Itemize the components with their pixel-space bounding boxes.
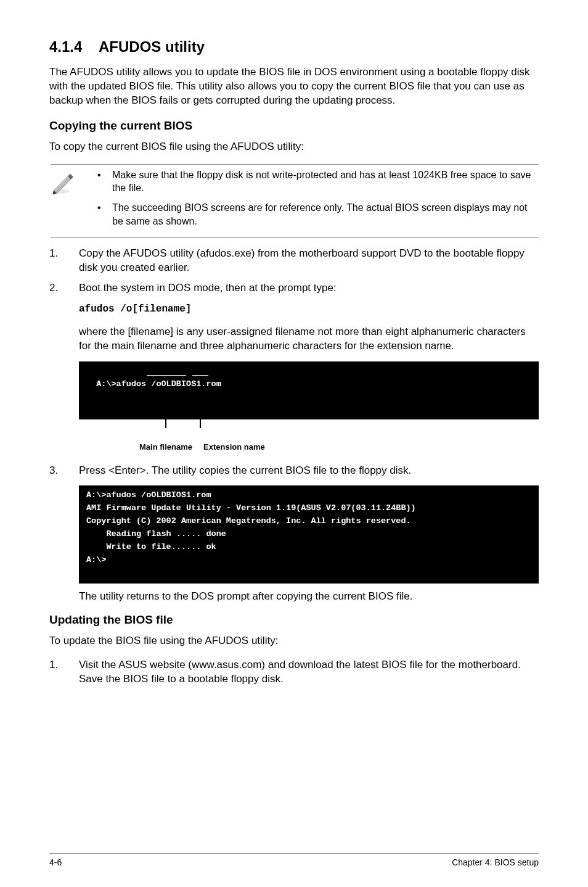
note-item: Make sure that the floppy disk is not wr… [90,168,539,195]
intro-paragraph: The AFUDOS utility allows you to update … [49,65,539,108]
update-heading: Updating the BIOS file [49,612,539,628]
step-text: Visit the ASUS website (www.asus.com) an… [79,658,539,687]
step-number: 2. [49,281,79,295]
marker-line [200,419,201,428]
section-title: AFUDOS utility [99,38,205,55]
list-item: 2. Boot the system in DOS mode, then at … [49,281,539,295]
copy-intro: To copy the current BIOS file using the … [49,140,539,154]
section-heading: 4.1.4AFUDOS utility [49,37,539,57]
after-terminal-paragraph: The utility returns to the DOS prompt af… [79,590,539,604]
update-intro: To update the BIOS file using the AFUDOS… [49,634,539,648]
section-number: 4.1.4 [49,37,99,57]
step-number: 1. [49,658,79,687]
note-item: The succeeding BIOS screens are for refe… [90,201,539,228]
note-list: Make sure that the floppy disk is not wr… [90,168,539,234]
code-line: afudos /o[filename] [79,303,539,316]
chapter-label: Chapter 4: BIOS setup [452,857,539,868]
label-main-filename: Main filename [139,442,192,453]
step-text: Boot the system in DOS mode, then at the… [79,281,539,295]
marker-row [79,426,539,439]
list-item: 3. Press <Enter>. The utility copies the… [49,464,539,478]
label-row: Main filename Extension name [79,442,539,454]
terminal-output: A:\>afudos /oOLDBIOS1.rom AMI Firmware U… [79,485,539,583]
step3-list: 3. Press <Enter>. The utility copies the… [49,464,539,478]
step-number: 1. [49,247,79,275]
page-number: 4-6 [49,857,62,868]
underline-extension [192,375,208,376]
step-number: 3. [49,464,79,478]
label-extension-name: Extension name [203,442,265,453]
copy-heading: Copying the current BIOS [49,118,539,134]
marker-line [165,419,166,428]
terminal-text: A:\>afudos /oOLDBIOS1.rom [96,379,221,389]
page-footer: 4-6 Chapter 4: BIOS setup [49,853,539,868]
note-block: Make sure that the floppy disk is not wr… [51,164,539,238]
pencil-icon [51,171,75,196]
steps-list: 1. Copy the AFUDOS utility (afudos.exe) … [49,247,539,295]
update-steps-list: 1. Visit the ASUS website (www.asus.com)… [49,658,539,687]
terminal-output: A:\>afudos /oOLDBIOS1.rom [79,361,539,419]
list-item: 1. Visit the ASUS website (www.asus.com)… [49,658,539,687]
step-text: Press <Enter>. The utility copies the cu… [79,464,539,478]
underline-main-filename [147,375,186,376]
where-paragraph: where the [filename] is any user-assigne… [79,325,539,353]
list-item: 1. Copy the AFUDOS utility (afudos.exe) … [49,247,539,275]
step-text: Copy the AFUDOS utility (afudos.exe) fro… [79,247,539,275]
